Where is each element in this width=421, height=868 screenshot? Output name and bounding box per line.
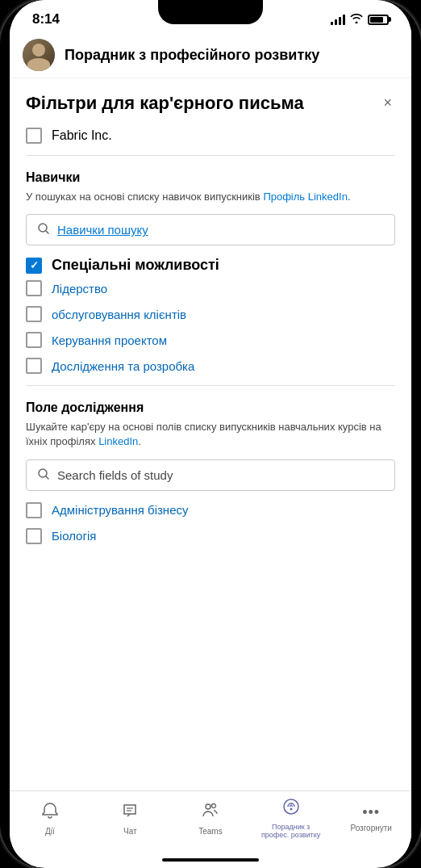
nav-item-actions[interactable]: Дії <box>10 802 90 836</box>
advisor-icon <box>282 798 300 820</box>
notch <box>158 0 263 24</box>
skill-label-2: Керування проектом <box>52 333 167 347</box>
close-button[interactable]: × <box>380 91 395 115</box>
fields-search-icon <box>38 468 49 482</box>
svg-point-7 <box>211 803 215 807</box>
field-checkbox-0[interactable] <box>26 502 42 518</box>
fields-section-title: Поле дослідження <box>26 400 395 415</box>
company-checkbox[interactable] <box>26 128 42 144</box>
svg-point-9 <box>290 808 292 811</box>
nav-item-chat[interactable]: Чат <box>90 802 171 836</box>
divider-1 <box>26 155 395 156</box>
special-label: Спеціальні можливості <box>52 257 219 274</box>
skills-section-title: Навички <box>26 170 395 185</box>
fields-search-box[interactable]: Search fields of study <box>26 459 395 491</box>
status-time: 8:14 <box>32 11 60 27</box>
battery-icon <box>368 15 389 25</box>
fields-section-desc: Шукайте кар'єру на основі полів списку в… <box>26 420 395 449</box>
skill-item-1[interactable]: обслуговування клієнтів <box>26 306 395 322</box>
skill-checkbox-3[interactable] <box>26 358 42 374</box>
chat-icon <box>121 802 139 824</box>
nav-label-teams: Teams <box>198 827 222 836</box>
filter-title: Фільтри для кар'єрного письма <box>26 93 304 114</box>
skills-section-desc: У пошуках на основі списку навичок випус… <box>26 190 395 204</box>
field-label-0: Адміністрування бізнесу <box>52 503 189 517</box>
nav-item-more[interactable]: ••• Розгорнути <box>331 804 411 832</box>
skill-checkbox-0[interactable] <box>26 280 42 296</box>
svg-line-3 <box>46 476 48 479</box>
svg-line-1 <box>46 231 48 233</box>
field-item-0[interactable]: Адміністрування бізнесу <box>26 502 395 518</box>
bottom-nav: Дії Чат <box>10 790 411 855</box>
nav-label-more: Розгорнути <box>350 824 392 832</box>
app-header: Порадник з професійного розвитку <box>10 32 411 78</box>
home-indicator <box>162 858 259 862</box>
skills-search-box[interactable]: Навички пошуку <box>26 214 395 245</box>
nav-label-advisor: Порадник зпрофес. розвитку <box>261 823 320 839</box>
svg-point-8 <box>284 799 298 814</box>
skills-linkedin-link[interactable]: Профіль LinkedIn <box>263 191 348 203</box>
skill-item-0[interactable]: Лідерство <box>26 280 395 296</box>
phone-frame: 8:14 <box>0 0 421 868</box>
skill-label-0: Лідерство <box>52 282 107 296</box>
fields-linkedin-link[interactable]: LinkedIn <box>98 435 138 447</box>
phone-screen: 8:14 <box>10 0 411 868</box>
teams-icon <box>201 802 220 824</box>
skills-search-placeholder[interactable]: Навички пошуку <box>57 223 148 237</box>
bell-icon <box>41 802 59 824</box>
skill-checkbox-2[interactable] <box>26 332 42 348</box>
divider-2 <box>26 385 395 386</box>
nav-item-teams[interactable]: Teams <box>170 802 251 836</box>
company-checkbox-row[interactable]: Fabric Inc. <box>26 128 395 144</box>
filter-title-row: Фільтри для кар'єрного письма × <box>26 91 395 115</box>
skill-item-3[interactable]: Дослідження та розробка <box>26 358 395 374</box>
avatar <box>23 39 55 71</box>
header-title: Порадник з професійного розвитку <box>65 47 319 64</box>
special-checkbox[interactable] <box>26 258 42 274</box>
skill-label-1: обслуговування клієнтів <box>52 308 186 321</box>
status-icons <box>331 14 389 26</box>
nav-item-advisor[interactable]: Порадник зпрофес. розвитку <box>251 798 331 839</box>
field-label-1: Біологія <box>52 529 96 543</box>
company-label: Fabric Inc. <box>52 128 112 143</box>
special-checkbox-row[interactable]: Спеціальні можливості <box>26 257 395 274</box>
field-item-1[interactable]: Біологія <box>26 528 395 544</box>
nav-label-chat: Чат <box>123 827 137 836</box>
nav-label-actions: Дії <box>45 827 55 836</box>
signal-bars-icon <box>331 14 345 25</box>
svg-point-6 <box>206 804 210 809</box>
field-checkbox-1[interactable] <box>26 528 42 544</box>
more-icon: ••• <box>362 804 380 821</box>
skill-checkbox-1[interactable] <box>26 306 42 322</box>
content-area[interactable]: Фільтри для кар'єрного письма × Fabric I… <box>10 78 411 790</box>
skill-item-2[interactable]: Керування проектом <box>26 332 395 348</box>
skill-label-3: Дослідження та розробка <box>52 359 194 373</box>
wifi-icon <box>350 14 363 26</box>
skills-search-icon <box>38 223 49 237</box>
fields-search-placeholder[interactable]: Search fields of study <box>57 468 173 482</box>
